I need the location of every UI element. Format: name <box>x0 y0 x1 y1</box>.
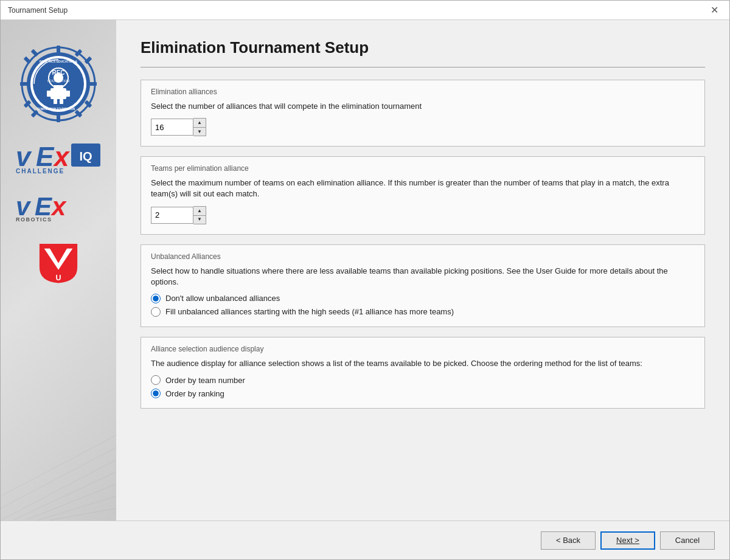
teams-decrement-button[interactable]: ▼ <box>193 215 206 224</box>
tournament-setup-window: Tournament Setup ✕ <box>0 0 730 560</box>
teams-per-alliance-title: Teams per elimination alliance <box>151 164 695 173</box>
unbalanced-alliances-radio-group: Don't allow unbalanced alliances Fill un… <box>151 294 695 317</box>
svg-text:x: x <box>53 142 70 171</box>
content-area: Elimination Tournament Setup Elimination… <box>116 20 729 520</box>
alliance-display-radio-group: Order by team number Order by ranking <box>151 375 695 398</box>
alliances-spinner: ▲ ▼ <box>151 118 695 136</box>
svg-text:v: v <box>16 142 32 171</box>
next-button[interactable]: Next > <box>600 531 655 550</box>
svg-rect-28 <box>65 91 70 97</box>
fill-unbalanced-option[interactable]: Fill unbalanced alliances starting with … <box>151 307 695 317</box>
svg-rect-29 <box>54 99 57 104</box>
no-unbalanced-label: Don't allow unbalanced alliances <box>165 294 280 303</box>
svg-rect-10 <box>57 115 60 122</box>
svg-rect-26 <box>54 85 63 90</box>
unbalanced-alliances-section: Unbalanced Alliances Select how to handl… <box>141 244 705 327</box>
svg-line-4 <box>25 484 116 520</box>
svg-text:FOUNDATION: FOUNDATION <box>47 79 69 83</box>
sidebar-logos: ROBOTICS EDUCATION & COMPETITION FOUNDAT… <box>13 32 104 284</box>
order-ranking-radio[interactable] <box>151 389 161 398</box>
svg-text:COMPETITION: COMPETITION <box>16 223 57 224</box>
svg-text:E: E <box>36 142 55 171</box>
close-button[interactable]: ✕ <box>707 3 722 17</box>
rec-foundation-logo: ROBOTICS EDUCATION & COMPETITION FOUNDAT… <box>19 44 98 123</box>
svg-text:ROBOTICS EDUCATION &: ROBOTICS EDUCATION & <box>40 60 78 63</box>
svg-text:IQ: IQ <box>79 150 92 163</box>
svg-text:ROBOTICS: ROBOTICS <box>16 216 52 223</box>
sidebar: ROBOTICS EDUCATION & COMPETITION FOUNDAT… <box>1 20 116 520</box>
unbalanced-alliances-title: Unbalanced Alliances <box>151 252 695 261</box>
svg-line-6 <box>49 508 116 520</box>
page-title: Elimination Tournament Setup <box>141 38 705 57</box>
teams-spinner-buttons: ▲ ▼ <box>193 206 206 224</box>
alliance-display-section: Alliance selection audience display The … <box>141 337 705 409</box>
svg-line-1 <box>1 435 116 496</box>
no-unbalanced-radio[interactable] <box>151 294 161 303</box>
alliances-decrement-button[interactable]: ▼ <box>193 127 206 136</box>
svg-rect-12 <box>89 82 97 86</box>
svg-text:x: x <box>50 192 67 221</box>
title-divider <box>141 67 705 67</box>
teams-spinner: ▲ ▼ <box>151 206 695 224</box>
svg-text:REC: REC <box>52 69 64 76</box>
alliance-display-title: Alliance selection audience display <box>151 345 695 353</box>
vex-iq-logo: v E x IQ CHALLENGE <box>13 140 104 174</box>
elimination-alliances-section: Elimination alliances Select the number … <box>141 80 705 147</box>
cancel-button[interactable]: Cancel <box>660 531 715 550</box>
order-team-number-option[interactable]: Order by team number <box>151 375 695 385</box>
svg-point-22 <box>33 58 84 109</box>
svg-line-3 <box>13 472 116 520</box>
vex-robotics-logo: v E x ROBOTICS COMPETITION <box>13 191 104 224</box>
teams-per-alliance-section: Teams per elimination alliance Select th… <box>141 156 705 234</box>
sidebar-watermark <box>1 399 116 520</box>
alliances-spinner-buttons: ▲ ▼ <box>193 118 206 136</box>
teams-input[interactable] <box>151 207 193 224</box>
back-button[interactable]: < Back <box>541 531 596 550</box>
alliances-input[interactable] <box>151 119 193 136</box>
svg-text:COMPETITION FOUNDATION: COMPETITION FOUNDATION <box>37 108 75 111</box>
elimination-alliances-title: Elimination alliances <box>151 88 695 96</box>
order-ranking-option[interactable]: Order by ranking <box>151 389 695 398</box>
alliance-display-description: The audience display for alliance select… <box>151 358 695 369</box>
teams-per-alliance-description: Select the maximum number of teams on ea… <box>151 178 695 199</box>
svg-rect-27 <box>47 91 52 97</box>
window-title: Tournament Setup <box>8 6 68 15</box>
order-ranking-label: Order by ranking <box>165 389 224 398</box>
main-content: ROBOTICS EDUCATION & COMPETITION FOUNDAT… <box>1 20 729 520</box>
svg-rect-9 <box>57 46 60 53</box>
vexu-logo: U VEX U <box>34 241 83 284</box>
teams-increment-button[interactable]: ▲ <box>193 207 206 215</box>
svg-text:U: U <box>56 274 61 282</box>
unbalanced-alliances-description: Select how to handle situations where th… <box>151 266 695 288</box>
elimination-alliances-description: Select the number of alliances that will… <box>151 101 695 112</box>
bottom-bar: < Back Next > Cancel <box>1 520 729 559</box>
order-team-number-radio[interactable] <box>151 375 161 385</box>
svg-rect-30 <box>60 99 63 104</box>
order-team-number-label: Order by team number <box>165 376 245 385</box>
no-unbalanced-option[interactable]: Don't allow unbalanced alliances <box>151 294 695 303</box>
svg-rect-11 <box>20 82 27 86</box>
fill-unbalanced-label: Fill unbalanced alliances starting with … <box>165 307 454 316</box>
alliances-increment-button[interactable]: ▲ <box>193 119 206 127</box>
title-bar: Tournament Setup ✕ <box>1 1 729 20</box>
svg-text:CHALLENGE: CHALLENGE <box>16 168 64 174</box>
fill-unbalanced-radio[interactable] <box>151 307 161 317</box>
